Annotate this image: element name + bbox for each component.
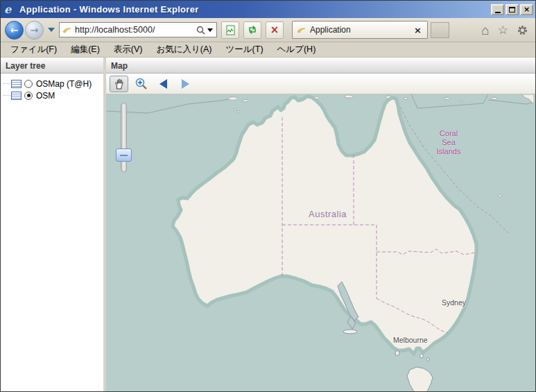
browser-window: e Application - Windows Internet Explore… xyxy=(0,0,536,392)
back-arrow-icon: ← xyxy=(10,25,19,35)
tab-title: Application xyxy=(310,25,413,35)
layer-node-icon xyxy=(11,80,21,88)
page-tools-button[interactable] xyxy=(221,22,239,39)
zoom-tool-button[interactable] xyxy=(132,76,150,92)
pan-tool-button[interactable] xyxy=(110,76,128,92)
tree-connector xyxy=(3,95,10,96)
label-sydney: Sydney xyxy=(442,298,466,307)
next-extent-icon xyxy=(182,79,189,89)
page-zigzag-icon xyxy=(225,25,236,35)
stop-button[interactable]: × xyxy=(266,22,284,39)
layer-tree: OSMap (T@H) OSM xyxy=(1,74,103,101)
layer-tree-header: Layer tree xyxy=(1,58,103,74)
menu-favorites[interactable]: お気に入り(A) xyxy=(149,42,218,57)
menu-bar: ファイル(F) 編集(E) 表示(V) お気に入り(A) ツール(T) ヘルプ(… xyxy=(1,42,535,58)
radio-osm[interactable] xyxy=(24,92,33,100)
maximize-icon xyxy=(509,7,515,12)
stop-icon: × xyxy=(270,25,279,35)
title-bar: e Application - Windows Internet Explore… xyxy=(1,1,535,18)
refresh-icon xyxy=(247,24,258,35)
url-text: http://localhost:5000/ xyxy=(75,25,196,35)
minimize-button[interactable] xyxy=(491,4,504,15)
tab-swoosh-icon xyxy=(297,26,306,34)
map-viewport[interactable]: Australia Coral Sea Islands Sydney Melbo… xyxy=(106,94,535,391)
tree-item-osmap[interactable]: OSMap (T@H) xyxy=(3,78,103,90)
back-button[interactable]: ← xyxy=(5,21,24,40)
history-back-button[interactable] xyxy=(154,76,173,92)
tree-connector xyxy=(3,83,10,84)
map-toolbar xyxy=(106,74,535,94)
page-swoosh-icon xyxy=(62,26,72,34)
tree-item-label: OSMap (T@H) xyxy=(36,79,92,89)
zoom-slider-track[interactable] xyxy=(121,103,127,172)
hand-icon xyxy=(113,78,125,90)
previous-extent-icon xyxy=(159,79,167,89)
zoom-slider-handle[interactable] xyxy=(116,148,132,162)
label-melbourne: Melbourne xyxy=(393,336,428,344)
maximize-button[interactable] xyxy=(505,4,519,15)
menu-edit[interactable]: 編集(E) xyxy=(64,42,107,57)
new-tab-button[interactable] xyxy=(431,22,449,38)
home-button[interactable]: ⌂ xyxy=(481,24,489,36)
tree-item-label: OSM xyxy=(36,91,55,101)
search-icon xyxy=(196,26,205,35)
close-button[interactable]: × xyxy=(520,4,533,15)
ie-logo-icon: e xyxy=(4,3,16,15)
address-bar[interactable]: http://localhost:5000/ xyxy=(59,22,217,37)
settings-gear-button[interactable] xyxy=(517,24,528,36)
history-forward-button[interactable] xyxy=(176,76,195,92)
radio-osmap[interactable] xyxy=(24,80,33,88)
forward-arrow-icon: → xyxy=(31,25,39,35)
layer-node-icon xyxy=(11,92,21,100)
favorites-star-button[interactable]: ☆ xyxy=(498,24,508,36)
window-title: Application - Windows Internet Explorer xyxy=(19,4,490,15)
menu-file[interactable]: ファイル(F) xyxy=(3,42,64,57)
label-australia: Australia xyxy=(309,209,347,219)
menu-tools[interactable]: ツール(T) xyxy=(219,42,270,57)
zoom-slider[interactable] xyxy=(116,103,132,173)
menu-view[interactable]: 表示(V) xyxy=(107,42,150,57)
map-panel: Map xyxy=(106,58,535,391)
refresh-button[interactable] xyxy=(243,22,261,39)
map-tiles xyxy=(106,94,534,391)
minimize-icon xyxy=(495,12,501,13)
navigation-bar: ← → http://localhost:5000/ × Application… xyxy=(1,18,535,42)
menu-help[interactable]: ヘルプ(H) xyxy=(270,42,323,57)
address-dropdown-icon[interactable] xyxy=(207,28,213,32)
zoom-in-icon xyxy=(135,77,148,91)
map-header: Map xyxy=(106,58,535,74)
tree-item-osm[interactable]: OSM xyxy=(3,90,103,101)
forward-button[interactable]: → xyxy=(25,21,44,40)
close-icon: × xyxy=(524,6,530,13)
history-dropdown[interactable] xyxy=(48,28,55,32)
tab-application[interactable]: Application × xyxy=(292,21,428,39)
layer-tree-panel: Layer tree OSMap (T@H) OSM xyxy=(1,58,106,391)
tab-close-icon[interactable]: × xyxy=(413,26,423,35)
label-coral-sea-islands: Coral Sea Islands xyxy=(431,129,467,156)
